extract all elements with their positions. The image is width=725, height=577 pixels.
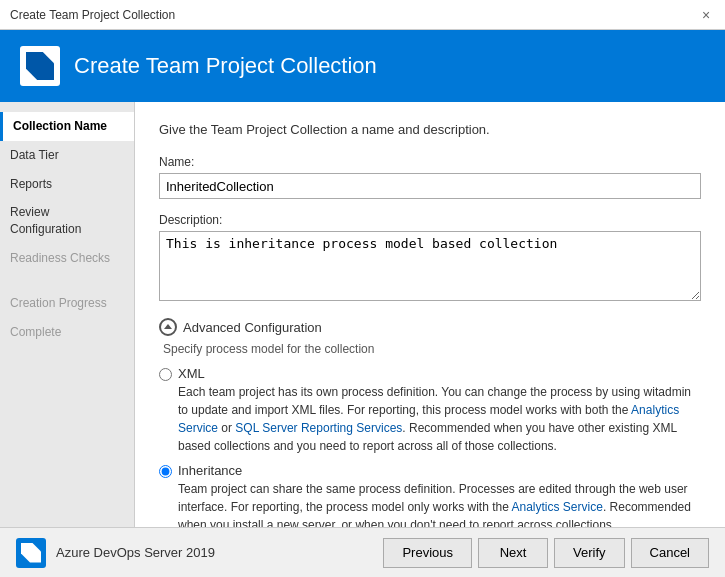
advanced-config-section: Advanced Configuration Specify process m… [159,318,701,527]
sidebar-item-collection-name[interactable]: Collection Name [0,112,134,141]
advanced-config-toggle[interactable]: Advanced Configuration [159,318,701,336]
window-title: Create Team Project Collection [10,8,175,22]
inheritance-radio[interactable] [159,465,172,478]
verify-button[interactable]: Verify [554,538,625,568]
header-icon [20,46,60,86]
inheritance-radio-label[interactable]: Inheritance [178,463,242,478]
footer-brand: Azure DevOps Server 2019 [16,538,215,568]
description-field-group: Description: This is inheritance process… [159,213,701,304]
analytics-service-link-inheritance[interactable]: Analytics Service [512,500,603,514]
sidebar-item-readiness-checks: Readiness Checks [0,244,134,273]
process-model-radio-group: XML Each team project has its own proces… [159,366,701,527]
footer-buttons: Previous Next Verify Cancel [383,538,709,568]
content-area: Give the Team Project Collection a name … [135,102,725,527]
xml-radio-desc: Each team project has its own process de… [178,383,701,455]
footer: Azure DevOps Server 2019 Previous Next V… [0,527,725,577]
footer-logo-icon [16,538,46,568]
sidebar-item-creation-progress: Creation Progress [0,289,134,318]
header-icon-shape [26,52,54,80]
next-button[interactable]: Next [478,538,548,568]
close-button[interactable]: × [697,6,715,24]
xml-radio[interactable] [159,368,172,381]
xml-radio-label[interactable]: XML [178,366,205,381]
inheritance-radio-desc: Team project can share the same process … [178,480,701,527]
name-field-group: Name: [159,155,701,199]
inheritance-option: Inheritance Team project can share the s… [159,463,701,527]
sidebar-item-review-configuration[interactable]: Review Configuration [0,198,134,244]
cancel-button[interactable]: Cancel [631,538,709,568]
chevron-up-icon [164,324,172,329]
content-intro: Give the Team Project Collection a name … [159,122,701,137]
sidebar-item-reports[interactable]: Reports [0,170,134,199]
specify-text: Specify process model for the collection [159,342,701,356]
footer-icon-shape [21,543,41,563]
title-bar: Create Team Project Collection × [0,0,725,30]
sidebar: Collection Name Data Tier Reports Review… [0,102,135,527]
description-label: Description: [159,213,701,227]
name-input[interactable] [159,173,701,199]
description-input[interactable]: This is inheritance process model based … [159,231,701,301]
sql-server-reporting-link[interactable]: SQL Server Reporting Services [235,421,402,435]
name-label: Name: [159,155,701,169]
main-content: Collection Name Data Tier Reports Review… [0,102,725,527]
dialog-header: Create Team Project Collection [0,30,725,102]
sidebar-item-complete: Complete [0,318,134,347]
advanced-config-label: Advanced Configuration [183,320,322,335]
xml-option: XML Each team project has its own proces… [159,366,701,455]
previous-button[interactable]: Previous [383,538,472,568]
footer-brand-text: Azure DevOps Server 2019 [56,545,215,560]
sidebar-item-data-tier[interactable]: Data Tier [0,141,134,170]
header-title: Create Team Project Collection [74,53,377,79]
chevron-circle-icon [159,318,177,336]
